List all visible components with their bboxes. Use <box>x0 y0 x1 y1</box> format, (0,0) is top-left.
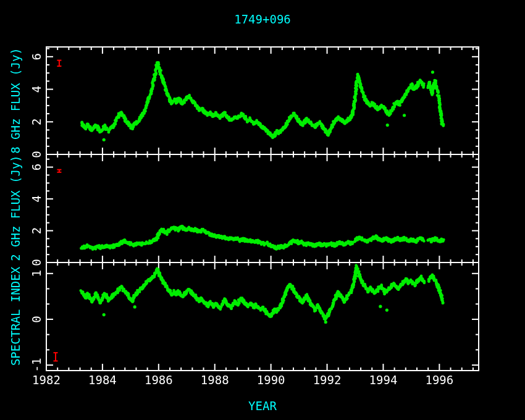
light-curve-canvas <box>0 0 525 420</box>
y-axis-label-2ghz-flux: 2 GHz FLUX (Jy) <box>9 155 22 261</box>
x-axis-label: YEAR <box>248 399 277 413</box>
plot-title: 1749+096 <box>234 12 291 26</box>
y-axis-label-8ghz-flux: 8 GHz FLUX (Jy) <box>9 48 22 154</box>
y-axis-label-spectral-index: SPECTRAL INDEX <box>9 267 22 366</box>
plot-root: 1749+096 8 GHz FLUX (Jy) 2 GHz FLUX (Jy)… <box>0 0 525 420</box>
